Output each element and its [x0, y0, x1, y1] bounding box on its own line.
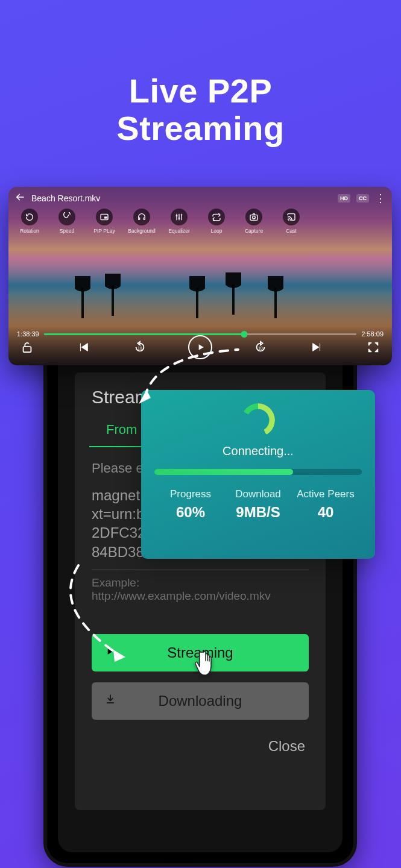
rotation-icon: [21, 209, 38, 225]
connecting-status: Connecting...: [154, 444, 362, 458]
rewind-10-icon[interactable]: 10: [132, 339, 148, 355]
speed-icon: [58, 209, 75, 225]
downloading-button-label: Downloading: [159, 693, 242, 709]
popup-progress-fill: [154, 469, 293, 475]
play-button[interactable]: [188, 335, 212, 359]
loop-icon: [208, 209, 225, 225]
input-divider: [92, 570, 309, 570]
svg-rect-4: [24, 347, 31, 352]
background-tool[interactable]: Background: [127, 209, 157, 234]
example-hint: Example: http://www.example.com/video.mk…: [92, 576, 309, 603]
play-icon: [105, 646, 115, 659]
more-icon[interactable]: ⋮: [375, 195, 386, 201]
pip-icon: [96, 209, 113, 225]
svg-rect-1: [104, 216, 107, 218]
headphones-icon: [133, 209, 150, 225]
spinner-icon: [241, 403, 275, 437]
hero-title: Live P2P Streaming: [0, 0, 401, 146]
unlock-icon[interactable]: [19, 339, 35, 355]
hd-badge[interactable]: HD: [338, 194, 350, 203]
fullscreen-icon[interactable]: [365, 339, 381, 355]
stat-download: Download 9MB/S: [224, 488, 292, 521]
video-file-name: Beach Resort.mkv: [31, 193, 332, 203]
equalizer-tool[interactable]: Equalizer: [164, 209, 194, 234]
player-controls: 10 10: [19, 335, 381, 359]
downloading-button[interactable]: Downloading: [92, 682, 309, 720]
speed-tool[interactable]: Speed: [52, 209, 82, 234]
hero-line-1: Live P2P: [129, 72, 272, 110]
cc-badge[interactable]: CC: [356, 194, 369, 203]
forward-10-icon[interactable]: 10: [253, 339, 268, 355]
popup-progress-bar: [154, 469, 362, 475]
close-button[interactable]: Close: [92, 731, 309, 755]
decoration: [189, 276, 205, 312]
connecting-popup: Connecting... Progress 60% Download 9MB/…: [141, 390, 375, 559]
decoration: [268, 276, 283, 312]
cast-tool[interactable]: Cast: [276, 209, 306, 234]
prev-track-icon[interactable]: [75, 339, 91, 355]
equalizer-icon: [171, 209, 188, 225]
decoration: [75, 276, 90, 312]
svg-text:10: 10: [259, 346, 264, 350]
hero-line-2: Streaming: [116, 109, 284, 147]
capture-tool[interactable]: Capture: [239, 209, 269, 234]
pip-tool[interactable]: PIP PLay: [89, 209, 119, 234]
decoration: [226, 272, 241, 309]
download-icon: [105, 694, 116, 708]
camera-icon: [245, 209, 262, 225]
video-player: Beach Resort.mkv HD CC ⋮ Rotation Speed …: [8, 187, 392, 365]
stat-progress: Progress 60%: [157, 488, 224, 521]
player-tools: Rotation Speed PIP PLay Background Equal…: [14, 209, 306, 234]
rotation-tool[interactable]: Rotation: [14, 209, 45, 234]
cursor-hand-icon: [194, 649, 218, 678]
back-icon[interactable]: [14, 192, 25, 204]
decoration: [105, 274, 121, 310]
next-track-icon[interactable]: [309, 339, 325, 355]
stat-peers: Active Peers 40: [292, 488, 359, 521]
loop-tool[interactable]: Loop: [201, 209, 232, 234]
svg-text:10: 10: [137, 346, 142, 350]
popup-stats: Progress 60% Download 9MB/S Active Peers…: [154, 488, 362, 521]
svg-point-3: [253, 216, 256, 219]
cast-icon: [283, 209, 300, 225]
